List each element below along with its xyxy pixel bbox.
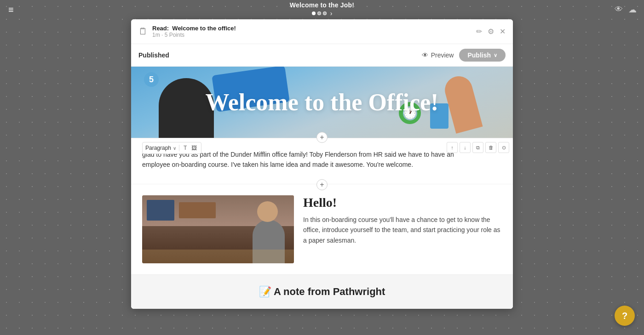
toolbar-chevron-icon[interactable]: ∨ [173,146,176,151]
main-card: 🗒 Read: Welcome to the office! 1m · 5 Po… [131,19,513,309]
nav-next-arrow[interactable]: › [330,10,333,17]
read-prefix: Read: [152,25,169,32]
nav-dot-3[interactable] [323,11,327,15]
more-options-button[interactable]: ⊙ [498,142,509,153]
nav-dot-2[interactable] [317,11,321,15]
hero-title: Welcome to the Office! [206,89,439,116]
preview-button[interactable]: 👁 Preview [422,51,454,59]
publish-label: Publish [467,51,491,59]
eye-icon[interactable]: 👁 [615,5,623,15]
hero-banner: 🕐 5 Welcome to the Office! [131,67,513,138]
preview-label: Preview [431,51,454,59]
edit-button[interactable]: ✏ [476,27,482,36]
publish-chevron-icon: ∨ [494,52,497,58]
published-status: Published [138,51,169,59]
cloud-icon[interactable]: ☁ [628,5,637,15]
settings-button[interactable]: ⚙ [488,27,494,36]
publish-button[interactable]: Publish ∨ [459,49,506,62]
move-down-button[interactable]: ↓ [460,142,471,153]
delete-button[interactable]: 🗑 [485,142,496,153]
card-subtitle: 1m · 5 Points [152,32,236,38]
media-image [142,195,294,263]
eye-preview-icon: 👁 [422,51,428,59]
media-body: In this on-boarding course you'll have a… [303,215,502,245]
published-bar: Published 👁 Preview Publish ∨ [131,44,513,67]
add-block-top-button[interactable]: + [316,132,328,143]
add-block-bottom-button[interactable]: + [316,179,328,190]
paragraph-toolbar: Paragraph ∨ T 🖼 [142,142,201,154]
office-scene [142,195,294,263]
media-text-content: Hello! In this on-boarding course you'll… [303,195,502,245]
help-label: ? [622,311,627,321]
card-header-right: ✏ ⚙ ✕ [476,27,506,36]
text-block: + Paragraph ∨ T 🖼 ↑ ↓ ⧉ 🗑 ⊙ gla [131,138,513,184]
media-title: Hello! [303,195,502,210]
published-bar-right: 👁 Preview Publish ∨ [422,49,506,62]
card-title-label: Read: Welcome to the office! [152,25,236,32]
hero-number: 5 [144,72,159,87]
nav-dot-1[interactable] [312,11,316,15]
duplicate-button[interactable]: ⧉ [472,142,483,153]
toolbar-format-icon[interactable]: T [182,144,188,152]
block-controls: ↑ ↓ ⧉ 🗑 ⊙ [447,142,509,153]
top-bar: Welcome to the Job! › [0,0,644,18]
close-button[interactable]: ✕ [500,27,506,36]
card-meta: Read: Welcome to the office! 1m · 5 Poin… [152,25,236,38]
card-header: 🗒 Read: Welcome to the office! 1m · 5 Po… [131,19,513,44]
top-bar-nav: › [312,10,333,17]
move-up-button[interactable]: ↑ [447,142,458,153]
paragraph-select[interactable]: Paragraph [145,145,171,151]
sidebar-toggle[interactable]: ≡ [8,5,14,15]
card-header-left: 🗒 Read: Welcome to the office! 1m · 5 Po… [138,25,236,38]
card-title: Welcome to the office! [172,25,236,32]
note-title: 📝 A note from Pathwright [142,286,502,298]
content-area: + Paragraph ∨ T 🖼 ↑ ↓ ⧉ 🗑 ⊙ gla [131,138,513,309]
help-button[interactable]: ? [615,306,635,326]
document-icon: 🗒 [138,26,148,37]
note-section: 📝 A note from Pathwright [131,274,513,309]
media-text-block: Hello! In this on-boarding course you'll… [131,184,513,274]
toolbar-image-icon[interactable]: 🖼 [190,144,198,152]
top-right-icons: 👁 ☁ [615,5,637,15]
top-bar-title: Welcome to the Job! [290,1,354,9]
